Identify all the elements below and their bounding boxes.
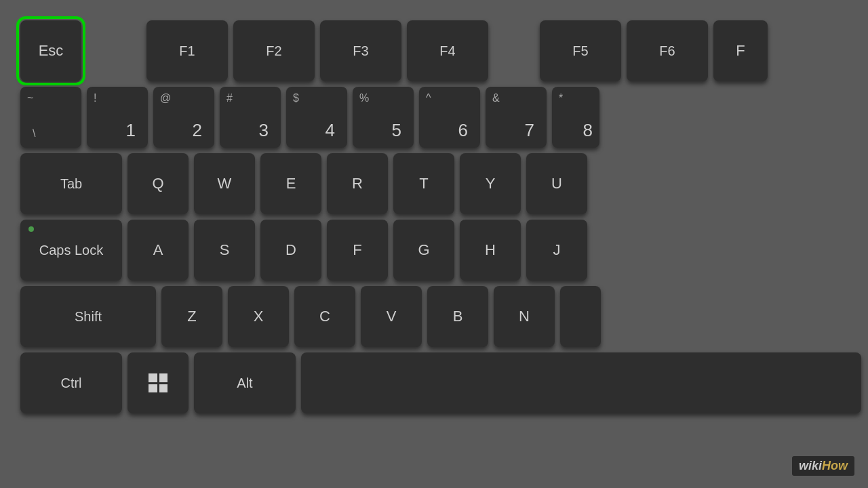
key-1[interactable]: ! 1 <box>87 87 148 148</box>
key-q[interactable]: Q <box>127 153 189 214</box>
number-row: ~ \ ! 1 @ 2 # 3 $ 4 % 5 ^ 6 & 7 <box>20 87 861 148</box>
key-d[interactable]: D <box>260 220 321 281</box>
key-f4[interactable]: F4 <box>407 20 488 81</box>
key-g[interactable]: G <box>393 220 454 281</box>
wikihow-watermark: wikiHow <box>792 456 854 476</box>
key-ctrl-left[interactable]: Ctrl <box>20 352 122 413</box>
key-u[interactable]: U <box>526 153 587 214</box>
key-3[interactable]: # 3 <box>220 87 281 148</box>
key-a[interactable]: A <box>127 220 189 281</box>
key-e[interactable]: E <box>260 153 321 214</box>
key-4[interactable]: $ 4 <box>286 87 347 148</box>
key-y[interactable]: Y <box>460 153 521 214</box>
key-f3[interactable]: F3 <box>320 20 401 81</box>
wikihow-how: How <box>822 459 848 472</box>
key-win[interactable] <box>127 352 189 413</box>
key-r[interactable]: R <box>327 153 388 214</box>
key-s[interactable]: S <box>194 220 255 281</box>
key-c[interactable]: C <box>294 286 355 347</box>
key-f1[interactable]: F1 <box>146 20 228 81</box>
key-n[interactable]: N <box>494 286 555 347</box>
key-8[interactable]: * 8 <box>552 87 599 148</box>
key-t[interactable]: T <box>393 153 454 214</box>
key-7[interactable]: & 7 <box>486 87 547 148</box>
key-5[interactable]: % 5 <box>353 87 414 148</box>
key-j[interactable]: J <box>526 220 587 281</box>
wikihow-wiki: wiki <box>799 459 822 472</box>
bottom-row: Ctrl Alt <box>20 352 861 413</box>
key-f-partial[interactable]: F <box>713 20 768 81</box>
key-h[interactable]: H <box>460 220 521 281</box>
key-partial[interactable] <box>560 286 601 347</box>
qwerty-row: Tab Q W E R T Y U <box>20 153 861 214</box>
key-shift-left[interactable]: Shift <box>20 286 156 347</box>
key-v[interactable]: V <box>361 286 422 347</box>
key-f[interactable]: F <box>327 220 388 281</box>
function-row: Esc F1 F2 F3 F4 F5 F6 F <box>20 20 861 81</box>
key-alt-left[interactable]: Alt <box>194 352 296 413</box>
key-tab[interactable]: Tab <box>20 153 122 214</box>
key-w[interactable]: W <box>194 153 255 214</box>
key-z[interactable]: Z <box>161 286 222 347</box>
key-f6[interactable]: F6 <box>627 20 708 81</box>
key-f5[interactable]: F5 <box>540 20 621 81</box>
key-tilde[interactable]: ~ \ <box>20 87 81 148</box>
asdf-row: Caps Lock A S D F G H J <box>20 220 861 281</box>
key-f2[interactable]: F2 <box>233 20 315 81</box>
keyboard: Esc F1 F2 F3 F4 F5 F6 F ~ \ ! 1 @ 2 # 3 … <box>14 7 868 427</box>
shift-row: Shift Z X C V B N <box>20 286 861 347</box>
key-esc[interactable]: Esc <box>20 20 81 81</box>
caps-lock-indicator <box>28 226 34 232</box>
key-b[interactable]: B <box>427 286 488 347</box>
key-2[interactable]: @ 2 <box>153 87 214 148</box>
windows-icon <box>149 373 167 392</box>
key-x[interactable]: X <box>228 286 289 347</box>
key-caps-lock[interactable]: Caps Lock <box>20 220 122 281</box>
key-6[interactable]: ^ 6 <box>419 87 480 148</box>
key-space[interactable] <box>301 352 861 413</box>
